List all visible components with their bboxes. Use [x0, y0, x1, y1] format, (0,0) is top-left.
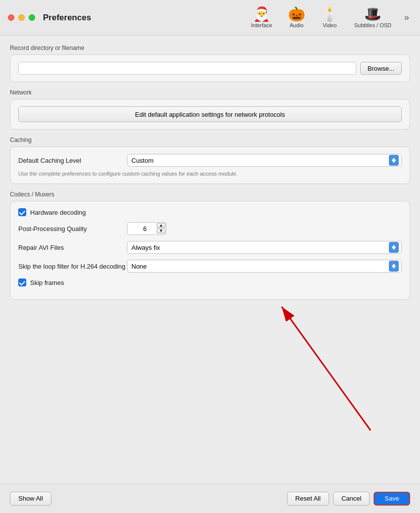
skip-loop-select-wrapper: None Non-ref Bidir Non-key All	[127, 260, 402, 273]
tab-video-label: Video	[323, 22, 336, 28]
hardware-decoding-checkbox[interactable]	[18, 208, 26, 216]
subtitles-icon: 🎩	[364, 7, 381, 21]
network-protocols-button[interactable]: Edit default application settings for ne…	[18, 106, 402, 122]
record-directory-input[interactable]	[18, 62, 356, 75]
audio-icon: 🎃	[288, 7, 305, 21]
repair-avi-select[interactable]: Always fix Never fix Ask	[127, 241, 402, 254]
network-section: Edit default application settings for ne…	[10, 99, 410, 130]
codecs-section-label: Codecs / Muxers	[10, 191, 410, 198]
caching-level-select[interactable]: Custom Lowest latency Low latency Normal…	[127, 154, 402, 167]
skip-loop-label: Skip the loop filter for H.264 decoding	[18, 263, 127, 270]
caching-hint: Use the complete preferences to configur…	[18, 171, 402, 177]
tab-subtitles[interactable]: 🎩 Subtitles / OSD	[348, 5, 397, 30]
caching-level-select-wrapper: Custom Lowest latency Low latency Normal…	[127, 154, 402, 167]
skip-loop-select[interactable]: None Non-ref Bidir Non-key All	[127, 260, 402, 273]
record-section-label: Record directory or filename	[10, 45, 410, 51]
hardware-decoding-label: Hardware decoding	[30, 209, 86, 216]
toolbar: 🎅 Interface 🎃 Audio 🕯️ Video 🎩 Subtitles…	[245, 5, 412, 30]
caching-section-label: Caching	[10, 137, 410, 143]
tab-audio[interactable]: 🎃 Audio	[282, 5, 311, 30]
save-button[interactable]: Save	[374, 492, 410, 506]
reset-all-button[interactable]: Reset All	[287, 492, 329, 506]
tab-video[interactable]: 🕯️ Video	[315, 5, 344, 30]
tab-subtitles-label: Subtitles / OSD	[354, 22, 391, 28]
minimize-button[interactable]	[18, 14, 25, 21]
skip-frames-checkbox[interactable]	[18, 279, 26, 286]
cancel-button[interactable]: Cancel	[333, 492, 370, 506]
more-button[interactable]: »	[401, 10, 412, 25]
tab-audio-label: Audio	[290, 22, 303, 28]
record-section: Browse...	[10, 54, 410, 82]
tab-interface[interactable]: 🎅 Interface	[245, 5, 278, 30]
close-button[interactable]	[8, 14, 14, 21]
post-processing-spinner-btns: ▲ ▼	[157, 223, 166, 233]
caching-section: Default Caching Level Custom Lowest late…	[10, 146, 410, 184]
skip-frames-label: Skip frames	[30, 279, 64, 286]
interface-icon: 🎅	[253, 7, 270, 21]
network-section-label: Network	[10, 89, 410, 96]
show-all-button[interactable]: Show All	[10, 492, 51, 506]
browse-button[interactable]: Browse...	[360, 62, 402, 75]
bottom-bar: Show All Reset All Cancel Save	[0, 483, 420, 513]
caching-level-label: Default Caching Level	[18, 157, 127, 164]
post-processing-label: Post-Processing Quality	[18, 225, 127, 233]
post-processing-down[interactable]: ▼	[157, 229, 166, 233]
post-processing-up[interactable]: ▲	[157, 223, 166, 228]
window-controls	[8, 14, 35, 21]
maximize-button[interactable]	[29, 14, 35, 21]
hardware-decoding-row: Hardware decoding	[18, 208, 402, 216]
codecs-section: Hardware decoding Post-Processing Qualit…	[10, 201, 410, 300]
repair-avi-select-wrapper: Always fix Never fix Ask	[127, 241, 402, 254]
skip-frames-row: Skip frames	[18, 279, 402, 286]
title-bar: Preferences 🎅 Interface 🎃 Audio 🕯️ Video…	[0, 0, 420, 36]
tab-interface-label: Interface	[251, 22, 272, 28]
window-title: Preferences	[43, 13, 91, 23]
repair-avi-label: Repair AVI Files	[18, 244, 127, 251]
video-icon: 🕯️	[321, 7, 338, 21]
post-processing-spinner-wrapper: ▲ ▼	[127, 222, 167, 235]
main-content: Record directory or filename Browse... N…	[0, 36, 420, 483]
